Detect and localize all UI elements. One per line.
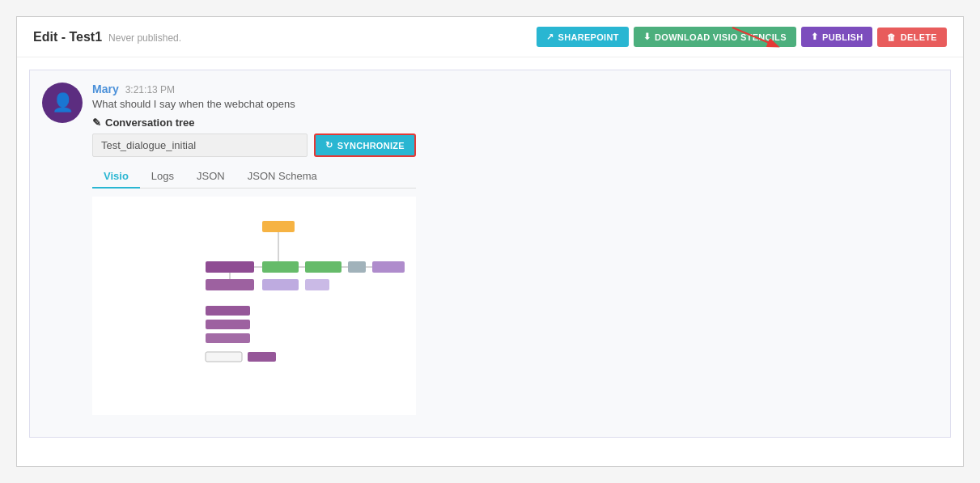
page-title: Edit - Test1 xyxy=(33,30,102,44)
sharepoint-button[interactable]: ↗ Sharepoint xyxy=(537,27,628,47)
svg-rect-2 xyxy=(262,221,295,232)
svg-rect-17 xyxy=(206,333,250,343)
delete-button[interactable]: 🗑 Delete xyxy=(877,28,947,47)
edit-icon: ✎ xyxy=(92,117,101,129)
tab-visio[interactable]: Visio xyxy=(92,165,140,189)
svg-rect-19 xyxy=(248,352,276,362)
page-frame: Edit - Test1 Never published. ↗ Sharepoi… xyxy=(16,16,964,467)
main-content: 👤 Mary 3:21:13 PM What should I say when… xyxy=(17,57,963,450)
visio-diagram xyxy=(197,221,408,399)
inner-frame: 👤 Mary 3:21:13 PM What should I say when… xyxy=(29,70,951,438)
tabs-bar: Visio Logs JSON JSON Schema xyxy=(92,165,416,189)
svg-rect-18 xyxy=(206,352,242,362)
chat-timestamp: 3:21:13 PM xyxy=(125,84,175,95)
download-visio-button[interactable]: ⬇ Download Visio Stencils xyxy=(634,27,796,47)
chat-username: Mary xyxy=(92,83,119,95)
download-icon: ⬇ xyxy=(643,32,651,42)
publish-icon: ⬆ xyxy=(811,32,818,42)
svg-rect-12 xyxy=(206,279,254,290)
header-buttons: ↗ Sharepoint ⬇ Download Visio Stencils ⬆… xyxy=(537,27,947,47)
svg-rect-5 xyxy=(305,261,342,273)
tab-logs[interactable]: Logs xyxy=(140,165,185,189)
publish-status: Never published. xyxy=(108,32,181,44)
header-left: Edit - Test1 Never published. xyxy=(33,30,181,44)
svg-rect-16 xyxy=(206,320,250,329)
tab-json-schema[interactable]: JSON Schema xyxy=(236,165,329,189)
tab-json[interactable]: JSON xyxy=(185,165,236,189)
chat-message: What should I say when the webchat opens xyxy=(92,98,416,110)
svg-rect-7 xyxy=(372,261,405,273)
diagram-area xyxy=(92,197,416,415)
conversation-tree-header: ✎ Conversation tree xyxy=(92,117,416,129)
chat-row: 👤 Mary 3:21:13 PM What should I say when… xyxy=(42,83,938,415)
chat-meta: Mary 3:21:13 PM xyxy=(92,83,416,95)
publish-button[interactable]: ⬆ Publish xyxy=(801,27,873,47)
svg-rect-13 xyxy=(262,279,299,290)
svg-rect-6 xyxy=(348,261,366,273)
page-header: Edit - Test1 Never published. ↗ Sharepoi… xyxy=(17,17,963,57)
chat-body: Mary 3:21:13 PM What should I say when t… xyxy=(92,83,416,415)
conv-tree-input-row: ↻ Synchronize xyxy=(92,133,416,157)
synchronize-button[interactable]: ↻ Synchronize xyxy=(314,133,416,157)
svg-rect-15 xyxy=(206,306,250,316)
avatar: 👤 xyxy=(42,83,83,123)
svg-rect-14 xyxy=(305,279,329,290)
svg-rect-4 xyxy=(262,261,299,273)
trash-icon: 🗑 xyxy=(887,32,896,42)
avatar-icon: 👤 xyxy=(52,92,74,113)
sync-icon: ↻ xyxy=(325,140,333,150)
svg-rect-3 xyxy=(206,261,254,273)
dialogue-name-input[interactable] xyxy=(92,133,308,157)
link-icon: ↗ xyxy=(546,32,554,42)
